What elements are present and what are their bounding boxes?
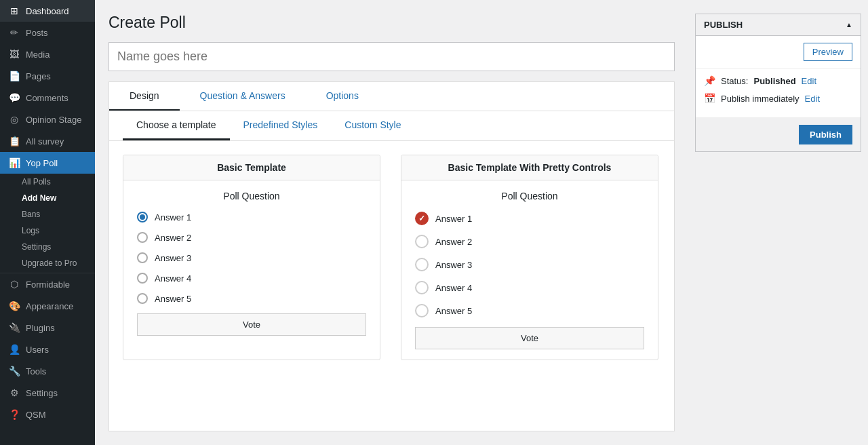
poll-answer-pretty-4: Answer 4 xyxy=(415,281,644,294)
template-card-basic[interactable]: Basic Template Poll Question Answer 1 An… xyxy=(123,155,380,360)
publish-when-label: Publish immediately xyxy=(721,94,800,104)
sidebar-item-users[interactable]: 👤 Users xyxy=(0,338,95,360)
status-row: 📌 Status: Published Edit xyxy=(704,75,852,86)
sidebar-item-upgrade[interactable]: Upgrade to Pro xyxy=(7,255,95,271)
vote-btn-pretty[interactable]: Vote xyxy=(415,327,644,349)
comments-icon: 💬 xyxy=(8,92,20,103)
radio-answer4-basic xyxy=(137,273,148,284)
sidebar-item-posts[interactable]: ✏ Posts xyxy=(0,22,95,43)
page-layout: Create Poll Design Question & Answers Op… xyxy=(95,0,868,445)
right-sidebar: PUBLISH ▲ Preview 📌 Status: Published Ed… xyxy=(688,0,868,445)
sidebar-item-yop-poll[interactable]: 📊 Yop Poll xyxy=(0,152,95,174)
poll-answer-basic-3: Answer 3 xyxy=(137,252,366,263)
calendar-icon: 📅 xyxy=(704,93,715,104)
sidebar-item-plugins[interactable]: 🔌 Plugins xyxy=(0,317,95,338)
poll-preview-basic: Poll Question Answer 1 Answer 2 xyxy=(123,180,380,346)
radio-answer2-basic xyxy=(137,232,148,243)
publish-toggle-arrow[interactable]: ▲ xyxy=(846,21,852,28)
publish-when-edit-link[interactable]: Edit xyxy=(805,94,820,104)
poll-answer-basic-2: Answer 2 xyxy=(137,232,366,243)
radio-answer5-basic xyxy=(137,293,148,304)
sidebar-item-dashboard[interactable]: ⊞ Dashboard xyxy=(0,0,95,22)
yop-poll-icon: 📊 xyxy=(8,157,20,168)
opinion-stage-icon: ◎ xyxy=(8,114,20,125)
radio-answer5-pretty xyxy=(415,304,429,317)
poll-answer-basic-4: Answer 4 xyxy=(137,273,366,284)
appearance-icon: 🎨 xyxy=(8,301,20,311)
poll-question-pretty: Poll Question xyxy=(415,191,644,201)
poll-answer-basic-1: Answer 1 xyxy=(137,212,366,222)
poll-answer-pretty-5: Answer 5 xyxy=(415,304,644,317)
sidebar-bottom-section: ⬡ Formidable 🎨 Appearance 🔌 Plugins 👤 Us… xyxy=(0,273,95,425)
publish-box-footer: Publish xyxy=(696,117,861,151)
all-survey-icon: 📋 xyxy=(8,136,20,147)
sidebar-item-settings-main[interactable]: ⚙ Settings xyxy=(0,382,95,404)
poll-answer-basic-5: Answer 5 xyxy=(137,293,366,304)
tab-design[interactable]: Design xyxy=(109,82,180,111)
sidebar-item-all-survey[interactable]: 📋 All survey xyxy=(0,130,95,152)
sidebar-item-all-polls[interactable]: All Polls xyxy=(7,174,95,190)
publish-when-row: 📅 Publish immediately Edit xyxy=(704,93,852,104)
poll-answer-pretty-2: Answer 2 xyxy=(415,235,644,248)
sidebar-item-pages[interactable]: 📄 Pages xyxy=(0,65,95,87)
sidebar-item-logs[interactable]: Logs xyxy=(7,222,95,239)
sidebar-item-settings-sub[interactable]: Settings xyxy=(7,239,95,255)
preview-button[interactable]: Preview xyxy=(804,43,852,61)
main-tabs-nav: Design Question & Answers Options xyxy=(109,82,674,111)
sidebar: ⊞ Dashboard ✏ Posts 🖼 Media 📄 Pages 💬 Co… xyxy=(0,0,95,445)
sidebar-item-media[interactable]: 🖼 Media xyxy=(0,43,95,65)
content-area: Create Poll Design Question & Answers Op… xyxy=(95,0,688,445)
sidebar-item-tools[interactable]: 🔧 Tools xyxy=(0,360,95,382)
sidebar-item-opinion-stage[interactable]: ◎ Opinion Stage xyxy=(0,109,95,130)
sidebar-item-bans[interactable]: Bans xyxy=(7,206,95,222)
dashboard-icon: ⊞ xyxy=(8,5,20,16)
settings-main-icon: ⚙ xyxy=(8,387,20,398)
sub-tabs-nav: Choose a template Predefined Styles Cust… xyxy=(109,111,674,141)
radio-answer3-basic xyxy=(137,252,148,263)
pages-icon: 📄 xyxy=(8,71,20,81)
publish-box-header: PUBLISH ▲ xyxy=(696,14,861,36)
sidebar-item-formidable[interactable]: ⬡ Formidable xyxy=(0,273,95,295)
poll-name-input[interactable] xyxy=(108,42,675,71)
main-content: Create Poll Design Question & Answers Op… xyxy=(95,0,688,445)
status-value: Published xyxy=(753,76,795,86)
users-icon: 👤 xyxy=(8,344,20,355)
tools-icon: 🔧 xyxy=(8,366,20,376)
poll-answer-pretty-1: Answer 1 xyxy=(415,212,644,225)
sub-tab-predefined-styles[interactable]: Predefined Styles xyxy=(230,111,332,140)
sidebar-item-appearance[interactable]: 🎨 Appearance xyxy=(0,295,95,317)
radio-answer1-pretty xyxy=(415,212,429,225)
publish-box-meta: 📌 Status: Published Edit 📅 Publish immed… xyxy=(696,69,861,117)
status-edit-link[interactable]: Edit xyxy=(802,76,816,86)
publish-button[interactable]: Publish xyxy=(799,125,852,144)
sub-tab-choose-template[interactable]: Choose a template xyxy=(123,111,230,140)
radio-answer4-pretty xyxy=(415,281,429,294)
sub-tab-custom-style[interactable]: Custom Style xyxy=(331,111,414,140)
template-card-pretty[interactable]: Basic Template With Pretty Controls Poll… xyxy=(401,155,658,360)
yop-poll-submenu: All Polls Add New Bans Logs Settings Upg… xyxy=(0,174,95,271)
plugins-icon: 🔌 xyxy=(8,322,20,333)
publish-box-actions: Preview xyxy=(696,36,861,69)
tabs-container: Design Question & Answers Options Choose… xyxy=(108,81,675,431)
tab-options[interactable]: Options xyxy=(306,82,379,111)
poll-preview-pretty: Poll Question Answer 1 Answer 2 xyxy=(401,180,658,360)
tab-qa[interactable]: Question & Answers xyxy=(180,82,306,111)
qsm-icon: ❓ xyxy=(8,409,20,420)
formidable-icon: ⬡ xyxy=(8,279,20,290)
template-basic-title: Basic Template xyxy=(123,155,380,180)
vote-btn-basic[interactable]: Vote xyxy=(137,313,366,336)
media-icon: 🖼 xyxy=(8,49,20,60)
radio-answer1-basic xyxy=(137,212,148,222)
sidebar-item-add-new[interactable]: Add New xyxy=(7,190,95,206)
posts-icon: ✏ xyxy=(8,27,20,38)
status-label: Status: xyxy=(721,76,748,86)
sidebar-item-qsm[interactable]: ❓ QSM xyxy=(0,404,95,425)
sidebar-item-comments[interactable]: 💬 Comments xyxy=(0,87,95,109)
templates-grid: Basic Template Poll Question Answer 1 An… xyxy=(109,141,674,374)
status-icon: 📌 xyxy=(704,75,715,86)
poll-question-basic: Poll Question xyxy=(137,191,366,201)
publish-box: PUBLISH ▲ Preview 📌 Status: Published Ed… xyxy=(695,14,861,152)
page-title: Create Poll xyxy=(108,14,675,32)
poll-answer-pretty-3: Answer 3 xyxy=(415,258,644,271)
template-pretty-title: Basic Template With Pretty Controls xyxy=(401,155,658,180)
